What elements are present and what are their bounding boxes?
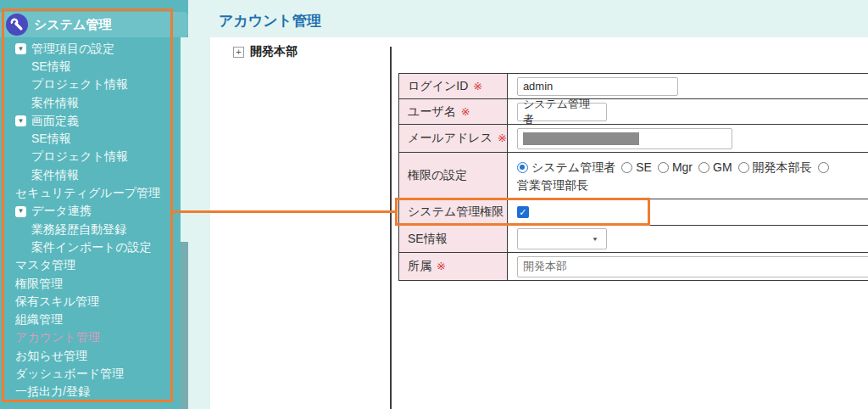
email-value-cell <box>507 125 868 153</box>
table-row-se-info: SE情報 <box>399 226 868 253</box>
se-info-value-cell <box>507 226 868 253</box>
user-name-input[interactable]: システム管理者 <box>517 103 607 121</box>
radio-option[interactable]: システム管理者 <box>517 160 615 174</box>
tree-node-development-hq[interactable]: + 開発本部 <box>233 44 298 59</box>
department-label-cell: 所属※ <box>399 253 508 281</box>
se-info-label: SE情報 <box>408 232 448 245</box>
required-mark: ※ <box>473 80 482 92</box>
login-id-input[interactable]: admin <box>517 77 678 96</box>
table-row-permission: 権限の設定 システム管理者SEMgrGM開発本部長営業管理部長 <box>399 153 868 199</box>
table-row-user-name: ユーザ名※ システム管理者 <box>399 99 868 125</box>
radio-option[interactable]: GM <box>698 160 732 174</box>
required-mark: ※ <box>461 105 470 118</box>
radio-option[interactable]: Mgr <box>658 160 693 174</box>
required-mark: ※ <box>437 260 446 272</box>
login-id-label-cell: ログインID※ <box>399 74 508 99</box>
radio-option-label: システム管理者 <box>531 160 615 174</box>
department-input[interactable]: 開発本部 <box>517 256 868 277</box>
plus-box-icon[interactable]: + <box>233 47 244 58</box>
radio-option[interactable]: 開発本部長 <box>738 160 812 174</box>
vertical-divider <box>390 47 392 409</box>
redacted-email-value <box>523 132 639 145</box>
se-info-label-cell: SE情報 <box>399 226 508 253</box>
radio-option[interactable]: SE <box>621 160 652 174</box>
permission-value-cell: システム管理者SEMgrGM開発本部長営業管理部長 <box>507 153 868 199</box>
email-input[interactable] <box>517 128 732 149</box>
radio-option-label: Mgr <box>672 160 693 174</box>
annotation-connector-line <box>173 210 396 213</box>
login-id-label: ログインID <box>408 79 468 92</box>
sidebar-scrollbar-thumb[interactable] <box>181 242 188 409</box>
permission-label: 権限の設定 <box>408 168 467 182</box>
page-title: アカウント管理 <box>219 11 321 31</box>
radio-option-label: 開発本部長 <box>753 160 812 174</box>
tree-node-label: 開発本部 <box>250 44 298 59</box>
account-form-table: ログインID※ admin ユーザ名※ システム管理者 メールアドレス※ 権限の… <box>398 73 868 281</box>
radio-option-label: 営業管理部長 <box>517 178 588 192</box>
annotation-sidebar-box <box>2 8 173 402</box>
radio-option-label: SE <box>636 160 652 174</box>
table-row-department: 所属※ 開発本部 <box>399 253 868 281</box>
radio-selected-icon[interactable] <box>517 162 528 173</box>
user-name-label-cell: ユーザ名※ <box>399 99 508 125</box>
email-label: メールアドレス <box>408 131 492 144</box>
permission-radio-group: システム管理者SEMgrGM開発本部長営業管理部長 <box>517 154 843 198</box>
permission-label-cell: 権限の設定 <box>399 153 508 199</box>
radio-icon[interactable] <box>658 162 669 173</box>
required-mark: ※ <box>498 132 507 144</box>
radio-icon[interactable] <box>621 162 632 173</box>
radio-icon[interactable] <box>818 162 829 173</box>
department-label: 所属 <box>408 259 431 272</box>
user-name-label: ユーザ名 <box>408 104 456 118</box>
radio-icon[interactable] <box>738 162 749 173</box>
se-info-select[interactable] <box>517 228 607 249</box>
department-value-cell: 開発本部 <box>507 253 868 281</box>
table-row-login-id: ログインID※ admin <box>399 74 868 99</box>
login-id-value-cell: admin <box>507 74 868 99</box>
radio-icon[interactable] <box>698 162 709 173</box>
email-label-cell: メールアドレス※ <box>399 125 508 153</box>
user-name-value-cell: システム管理者 <box>507 99 868 125</box>
annotation-field-box <box>395 198 650 226</box>
table-row-email: メールアドレス※ <box>399 125 868 153</box>
radio-option-label: GM <box>713 160 732 174</box>
